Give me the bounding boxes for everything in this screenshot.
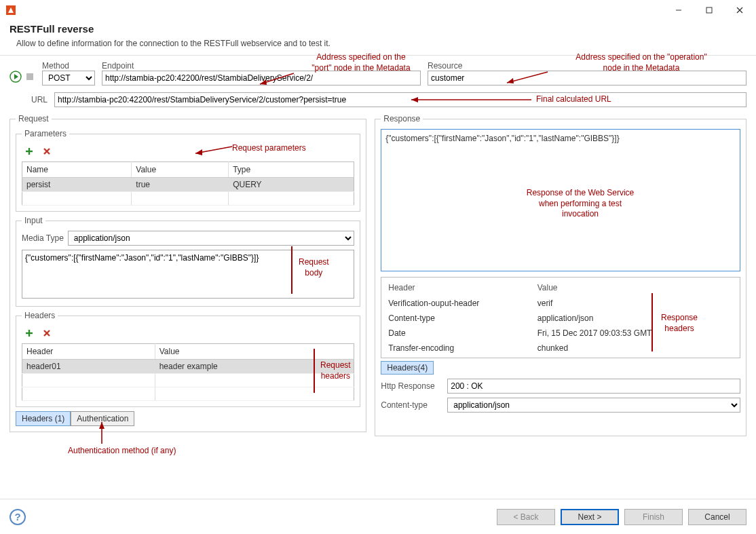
app-icon — [5, 5, 16, 16]
request-body-textarea[interactable]: {"customers":[{"firstName":"Jason","id":… — [22, 250, 354, 299]
media-type-select[interactable]: application/json — [68, 231, 354, 246]
method-select[interactable]: POST — [42, 71, 95, 85]
table-row[interactable] — [22, 387, 354, 401]
stop-button[interactable] — [24, 71, 35, 84]
param-col-type[interactable]: Type — [229, 162, 354, 178]
request-headers-legend: Headers — [22, 311, 58, 320]
dialog-header: RESTFull reverse Allow to define informa… — [0, 20, 756, 56]
response-content-type-label: Content-type — [381, 400, 443, 410]
table-row: Content-typeapplication/json — [384, 311, 737, 325]
response-body: {"customers":[{"firstName":"Jason","id":… — [385, 134, 736, 143]
parameters-group: Parameters Name Value Type — [16, 129, 360, 212]
table-row: Verification-ouput-headerverif — [384, 297, 737, 310]
back-button[interactable]: < Back — [497, 509, 555, 525]
response-headers-table: Header Value Verification-ouput-headerve… — [383, 279, 738, 356]
table-row: Transfer-encodingchunked — [384, 341, 737, 355]
close-button[interactable] — [724, 0, 755, 20]
url-label: URL — [31, 95, 48, 104]
resp-hdr-col-name: Header — [384, 280, 531, 295]
resource-input[interactable] — [428, 71, 746, 85]
minimize-button[interactable] — [663, 0, 694, 20]
dialog-title: RESTFull reverse — [10, 23, 746, 35]
response-headers-tab[interactable]: Headers(4) — [381, 361, 434, 375]
media-type-label: Media Type — [22, 233, 64, 243]
input-group: Input Media Type application/json {"cust… — [16, 216, 360, 307]
resp-hdr-col-value: Value — [533, 280, 737, 295]
cancel-button[interactable]: Cancel — [688, 509, 746, 525]
resource-label: Resource — [428, 61, 746, 71]
parameters-table[interactable]: Name Value Type persist true QUERY — [22, 161, 354, 206]
add-header-button[interactable] — [22, 326, 37, 341]
parameters-legend: Parameters — [22, 129, 69, 138]
http-response-value — [447, 379, 740, 394]
request-group: Request Parameters Name — [10, 114, 366, 432]
header-col-name[interactable]: Header — [22, 344, 155, 360]
table-row[interactable] — [22, 374, 354, 387]
response-group: Response {"customers":[{"firstName":"Jas… — [375, 114, 746, 436]
input-legend: Input — [22, 216, 45, 225]
response-content-type-select[interactable]: application/json — [447, 398, 740, 413]
annotation-auth: Authentication method (if any) — [68, 445, 176, 456]
finish-button[interactable]: Finish — [624, 509, 683, 525]
request-headers-table[interactable]: Header Value header01 header example — [22, 343, 354, 401]
response-legend: Response — [381, 114, 423, 123]
dialog-footer: ? < Back Next > Finish Cancel — [0, 499, 756, 534]
http-response-label: Http Response — [381, 381, 443, 391]
param-col-value[interactable]: Value — [132, 162, 229, 178]
window-controls — [663, 0, 755, 20]
table-row[interactable]: header01 header example — [22, 360, 354, 374]
svg-marker-7 — [14, 74, 18, 79]
tab-authentication[interactable]: Authentication — [71, 411, 134, 426]
svg-rect-3 — [706, 7, 712, 13]
url-display — [54, 92, 746, 107]
request-headers-group: Headers Header Value — [16, 311, 360, 407]
endpoint-input[interactable] — [102, 71, 421, 85]
add-parameter-button[interactable] — [22, 144, 37, 159]
title-bar — [0, 0, 756, 20]
table-row: DateFri, 15 Dec 2017 09:03:53 GMT — [384, 326, 737, 340]
param-col-name[interactable]: Name — [22, 162, 132, 178]
maximize-button[interactable] — [694, 0, 724, 20]
request-legend: Request — [16, 114, 52, 123]
run-button[interactable] — [10, 71, 22, 85]
response-body-box[interactable]: {"customers":[{"firstName":"Jason","id":… — [381, 129, 740, 271]
next-button[interactable]: Next > — [561, 509, 619, 525]
main-content: Method POST Endpoint Resource URL Reques… — [0, 56, 756, 442]
delete-parameter-button[interactable] — [39, 144, 54, 159]
table-row[interactable] — [22, 192, 354, 206]
endpoint-label: Endpoint — [102, 61, 421, 71]
dialog-subtitle: Allow to define information for the conn… — [10, 39, 746, 48]
tab-headers[interactable]: Headers (1) — [16, 411, 71, 426]
svg-rect-8 — [26, 73, 33, 80]
method-label: Method — [42, 61, 95, 71]
delete-header-button[interactable] — [39, 326, 54, 341]
header-col-value[interactable]: Value — [155, 344, 354, 360]
help-button[interactable]: ? — [10, 509, 26, 525]
table-row[interactable]: persist true QUERY — [22, 178, 354, 192]
